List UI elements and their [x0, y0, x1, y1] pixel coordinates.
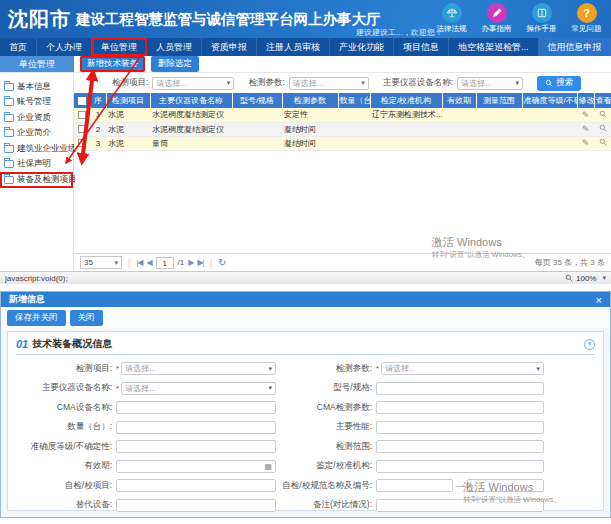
folder-icon	[4, 129, 14, 137]
table-row[interactable]: 2 水泥 水泥稠度凝结测定仪 凝结时间 ✎	[74, 122, 611, 136]
range-input[interactable]	[376, 440, 544, 453]
nav-tab-personnel[interactable]: 人员管理	[147, 38, 202, 56]
folder-icon	[4, 160, 14, 168]
quick-link-manual[interactable]: 操作手册	[519, 3, 564, 34]
calendar-icon[interactable]: ▦	[264, 462, 272, 471]
field-label: 替代设备:	[16, 499, 112, 511]
search-button[interactable]: 搜索	[537, 76, 581, 91]
self-check-std-input-2[interactable]	[467, 479, 544, 492]
validity-date-input[interactable]: ▦	[116, 460, 276, 473]
cma-param-input[interactable]	[376, 401, 544, 414]
edit-icon[interactable]: ✎	[582, 138, 590, 148]
chevron-down-icon: ▾	[227, 79, 231, 87]
col-header: 检测项目	[106, 93, 150, 108]
quick-link-guide[interactable]: 办事指南	[474, 3, 519, 34]
last-page-button[interactable]: ▶|	[197, 258, 203, 267]
close-button[interactable]: 关闭	[70, 310, 103, 326]
field-label: 鉴定/校准机构:	[280, 460, 372, 472]
sidebar: 基本信息 账号管理 企业资质 企业简介 建筑业企业业绩 社保声明 装备及检测项目	[0, 73, 74, 271]
model-input[interactable]	[376, 382, 544, 395]
nav-tab-qualification[interactable]: 资质申报	[202, 38, 257, 56]
cell-num: 2	[90, 122, 106, 136]
next-page-button[interactable]: ▶	[188, 258, 193, 267]
nav-tab-personal[interactable]: 个人办理	[37, 38, 92, 56]
question-icon: ?	[577, 3, 597, 23]
main-area: 基本信息 账号管理 企业资质 企业简介 建筑业企业业绩 社保声明 装备及检测项目…	[0, 73, 611, 271]
nav-tab-industrialization[interactable]: 产业化功能	[330, 38, 394, 56]
cell-qty	[338, 108, 370, 122]
select-value: 请选择...	[125, 383, 156, 394]
view-icon[interactable]	[599, 110, 607, 118]
chevron-down-icon: ▾	[268, 384, 272, 392]
row-checkbox[interactable]	[78, 125, 86, 133]
nav-tab-registered-review[interactable]: 注册人员审核	[257, 38, 330, 56]
modal-title-bar: 新增信息 ×	[1, 292, 610, 307]
refresh-icon[interactable]: ↻	[218, 257, 226, 268]
page-total: /1	[178, 258, 185, 267]
quantity-input[interactable]	[116, 421, 276, 434]
save-and-close-button[interactable]: 保存并关闭	[7, 310, 66, 326]
close-icon[interactable]: ×	[596, 294, 602, 306]
folder-icon	[4, 83, 14, 91]
first-page-button[interactable]: |◀	[136, 258, 142, 267]
modal-form-panel: 01 技术装备概况信息 ▾ 检测项目: *请选择...▾ 检测参数: *请选择.…	[7, 331, 604, 511]
device-name-select[interactable]: 请选择...▾	[457, 77, 523, 90]
quick-link-faq[interactable]: ? 常见问题	[564, 3, 609, 34]
zoom-control[interactable]: 100% ▾	[565, 274, 606, 283]
row-checkbox[interactable]	[78, 139, 86, 147]
edit-icon[interactable]: ✎	[582, 124, 590, 134]
sidebar-item-enterprise-qualification[interactable]: 企业资质	[0, 110, 73, 126]
prev-page-button[interactable]: ◀	[146, 258, 151, 267]
nav-tab-credit-report[interactable]: 信用信息申报	[539, 38, 611, 56]
nav-tab-project-info[interactable]: 项目信息	[394, 38, 449, 56]
test-item-select[interactable]: 请选择...▾	[152, 77, 234, 90]
table-row[interactable]: 1 水泥 水泥稠度凝结测定仪 安定性 辽宁东测检测技术... ✎	[74, 108, 611, 122]
row-checkbox[interactable]	[78, 111, 86, 119]
delete-selected-button[interactable]: 删除选定	[151, 56, 199, 72]
book-icon	[532, 3, 552, 23]
page-number-input[interactable]: 1	[156, 257, 174, 269]
self-check-input[interactable]	[116, 479, 276, 492]
quick-link-laws[interactable]: 法律法规	[429, 3, 474, 34]
cell-model	[232, 108, 282, 122]
substitute-input[interactable]	[116, 499, 276, 512]
cell-accuracy	[522, 136, 577, 150]
col-header: 有效期	[442, 93, 476, 108]
device-name-select[interactable]: 请选择...▾	[121, 382, 276, 395]
accuracy-input[interactable]	[116, 440, 276, 453]
sidebar-item-enterprise-performance[interactable]: 建筑业企业业绩	[0, 141, 73, 157]
scales-icon	[442, 3, 462, 23]
sidebar-item-account-mgmt[interactable]: 账号管理	[0, 95, 73, 111]
sidebar-item-social-security[interactable]: 社保声明	[0, 157, 73, 173]
test-param-select[interactable]: 请选择...▾	[381, 362, 544, 375]
select-all-checkbox[interactable]	[78, 97, 86, 105]
edit-icon[interactable]: ✎	[582, 110, 590, 120]
view-icon[interactable]	[599, 138, 607, 146]
sidebar-item-equipment-testing[interactable]: 装备及检测项目	[0, 172, 73, 188]
cell-valid	[442, 122, 476, 136]
page-size-value: 35	[84, 258, 93, 267]
test-param-select[interactable]: 请选择...▾	[289, 77, 369, 90]
cell-project: 水泥	[106, 122, 150, 136]
cell-model	[232, 122, 282, 136]
cell-device: 量筒	[150, 136, 232, 150]
nav-tab-grid-inspection[interactable]: 地空格架巡检管...	[449, 38, 539, 56]
collapse-section-icon[interactable]: ▾	[584, 339, 595, 350]
self-check-std-input-1[interactable]	[376, 479, 453, 492]
remark-input[interactable]	[376, 499, 544, 512]
performance-input[interactable]	[376, 421, 544, 434]
calibration-org-input[interactable]	[376, 460, 544, 473]
sidebar-item-enterprise-intro[interactable]: 企业简介	[0, 126, 73, 142]
col-header: 准确度等级/不确定	[522, 93, 577, 108]
nav-tab-unit-mgmt[interactable]: 单位管理	[92, 38, 147, 56]
cma-device-input[interactable]	[116, 401, 276, 414]
page-size-select[interactable]: 35▾	[80, 256, 122, 269]
select-value: 请选择...	[156, 78, 187, 89]
view-icon[interactable]	[599, 124, 607, 132]
sidebar-item-basic-info[interactable]: 基本信息	[0, 79, 73, 95]
table-row[interactable]: 3 水泥 量筒 凝结时间 ✎	[74, 136, 611, 150]
nav-tab-home[interactable]: 首页	[0, 38, 37, 56]
test-item-select[interactable]: 请选择...▾	[121, 362, 276, 375]
add-equipment-button[interactable]: 新增技术装备	[80, 56, 145, 72]
select-all-cell	[74, 93, 90, 108]
